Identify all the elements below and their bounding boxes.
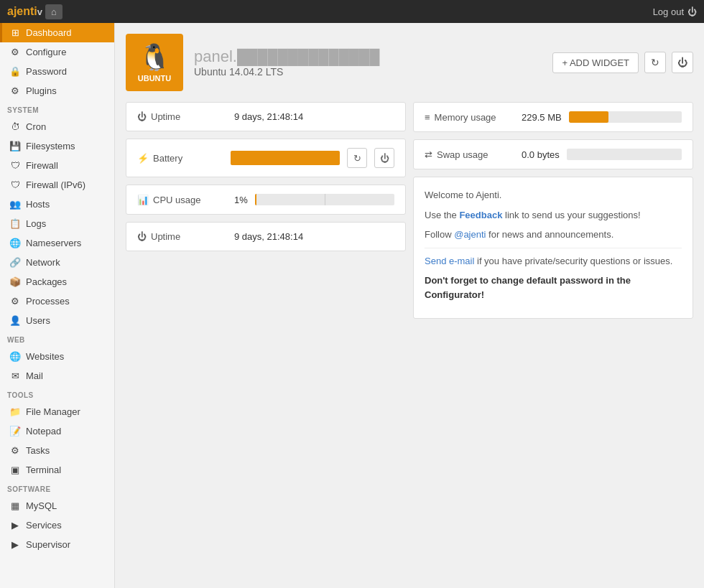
server-logo: 🐧 UBUNTU [126, 34, 183, 91]
sidebar-item-firewall-ipv6[interactable]: 🛡 Firewall (IPv6) [0, 175, 114, 195]
logs-icon: 📋 [9, 218, 21, 229]
cpu-icon: 📊 [137, 195, 149, 205]
sidebar-item-plugins[interactable]: ⚙ Plugins [0, 81, 114, 101]
cron-icon: ⏱ [9, 121, 21, 132]
sidebar-item-label: Services [26, 520, 62, 531]
welcome-line2: Use the Feedback link to send us your su… [425, 208, 682, 223]
uptime2-label: ⏻ Uptime [137, 231, 223, 242]
mysql-icon: ▦ [9, 500, 21, 511]
dashboard-icon: ⊞ [9, 27, 21, 38]
server-version: Ubuntu 14.04.2 LTS [194, 66, 542, 78]
sidebar-item-configure[interactable]: ⚙ Configure [0, 42, 114, 62]
welcome-widget: Welcome to Ajenti. Use the Feedback link… [413, 177, 693, 319]
ajenti-logo: ajentiv [7, 5, 42, 18]
server-name-masked: ██████████████ [237, 49, 379, 65]
ajenti-twitter-link[interactable]: @ajenti [454, 229, 486, 240]
power-button[interactable]: ⏻ [672, 52, 693, 73]
sidebar-item-hosts[interactable]: 👥 Hosts [0, 195, 114, 214]
sidebar-item-firewall[interactable]: 🛡 Firewall [0, 156, 114, 175]
sidebar-item-mail[interactable]: ✉ Mail [0, 366, 114, 386]
cpu-value: 1% [234, 195, 248, 205]
sidebar-item-dashboard[interactable]: ⊞ Dashboard [0, 23, 114, 42]
nameservers-icon: 🌐 [9, 238, 21, 248]
ubuntu-icon: 🐧 [139, 42, 171, 73]
configure-icon: ⚙ [9, 47, 21, 57]
battery-row: ⚡ Battery ↻ ⏻ [137, 148, 394, 168]
memory-bar [569, 111, 682, 123]
widgets-grid: ⏻ Uptime 9 days, 21:48:14 ⚡ Battery [126, 102, 693, 319]
memory-row: ≡ Memory usage 229.5 MB [425, 111, 682, 123]
sidebar-item-label: Tasks [26, 445, 50, 456]
uptime-icon: ⏻ [137, 111, 147, 122]
left-column: ⏻ Uptime 9 days, 21:48:14 ⚡ Battery [126, 102, 406, 319]
sidebar-item-websites[interactable]: 🌐 Websites [0, 347, 114, 366]
uptime-row: ⏻ Uptime 9 days, 21:48:14 [137, 111, 394, 122]
feedback-link[interactable]: Feedback [459, 210, 502, 220]
sidebar-item-cron[interactable]: ⏱ Cron [0, 117, 114, 136]
sidebar-item-label: Hosts [26, 199, 50, 210]
swap-label: ⇄ Swap usage [425, 149, 511, 160]
logout-button[interactable]: Log out ⏻ [653, 6, 697, 17]
sidebar-item-filesystems[interactable]: 💾 Filesystems [0, 136, 114, 156]
sidebar-item-label: Firewall [26, 160, 58, 171]
mail-icon: ✉ [9, 370, 21, 381]
sidebar-item-label: Supervisor [26, 539, 70, 550]
sidebar-item-terminal[interactable]: ▣ Terminal [0, 460, 114, 480]
sidebar-item-nameservers[interactable]: 🌐 Nameservers [0, 233, 114, 253]
sidebar-item-password[interactable]: 🔒 Password [0, 62, 114, 81]
memory-icon: ≡ [425, 112, 430, 123]
section-tools: TOOLS [0, 386, 114, 402]
send-email-link[interactable]: Send e-mail [425, 256, 474, 266]
plugins-icon: ⚙ [9, 85, 21, 96]
sidebar-item-label: Notepad [26, 426, 61, 437]
sidebar-item-logs[interactable]: 📋 Logs [0, 214, 114, 233]
sidebar-item-label: Websites [26, 351, 64, 362]
sidebar-item-supervisor[interactable]: ▶ Supervisor [0, 535, 114, 554]
sidebar-item-label: Logs [26, 218, 46, 229]
battery-widget: ⚡ Battery ↻ ⏻ [126, 139, 406, 177]
sidebar-item-label: Filesystems [26, 141, 75, 151]
add-widget-button[interactable]: + ADD WIDGET [552, 52, 639, 73]
sidebar-item-label: Processes [26, 296, 70, 307]
sidebar-item-services[interactable]: ▶ Services [0, 515, 114, 535]
sidebar-item-label: Dashboard [26, 27, 72, 38]
sidebar-item-file-manager[interactable]: 📁 File Manager [0, 402, 114, 421]
sidebar-item-label: Mail [26, 370, 43, 381]
websites-icon: 🌐 [9, 351, 21, 362]
cpu-widget: 📊 CPU usage 1% [126, 185, 406, 215]
sidebar-item-mysql[interactable]: ▦ MySQL [0, 496, 114, 515]
sidebar-item-packages[interactable]: 📦 Packages [0, 272, 114, 291]
processes-icon: ⚙ [9, 296, 21, 307]
notepad-icon: 📝 [9, 426, 21, 437]
welcome-separator [425, 248, 682, 248]
refresh-button[interactable]: ↻ [644, 52, 666, 73]
sidebar-item-tasks[interactable]: ⚙ Tasks [0, 441, 114, 460]
home-button[interactable]: ⌂ [45, 4, 62, 19]
sidebar-item-users[interactable]: 👤 Users [0, 311, 114, 330]
sidebar-item-label: Configure [26, 47, 66, 57]
cpu-label: 📊 CPU usage [137, 195, 223, 205]
file-manager-icon: 📁 [9, 406, 21, 417]
packages-icon: 📦 [9, 276, 21, 287]
sidebar-item-label: Cron [26, 121, 46, 132]
sidebar-item-processes[interactable]: ⚙ Processes [0, 291, 114, 311]
battery-refresh-button[interactable]: ↻ [347, 148, 367, 168]
uptime2-icon: ⏻ [137, 231, 147, 242]
cpu-row: 📊 CPU usage 1% [137, 194, 394, 205]
swap-icon: ⇄ [425, 149, 432, 160]
battery-icon: ⚡ [137, 153, 149, 164]
battery-power-button[interactable]: ⏻ [374, 148, 394, 168]
sidebar-item-network[interactable]: 🔗 Network [0, 253, 114, 272]
ubuntu-label: UBUNTU [138, 74, 171, 83]
swap-widget: ⇄ Swap usage 0.0 bytes [413, 139, 693, 169]
battery-label: ⚡ Battery [137, 153, 223, 164]
logout-icon: ⏻ [687, 6, 697, 17]
sidebar-item-notepad[interactable]: 📝 Notepad [0, 421, 114, 441]
terminal-icon: ▣ [9, 465, 21, 475]
welcome-line5: Don't forget to change default password … [425, 274, 682, 302]
filesystems-icon: 💾 [9, 141, 21, 151]
swap-value: 0.0 bytes [522, 149, 560, 160]
uptime2-widget: ⏻ Uptime 9 days, 21:48:14 [126, 222, 406, 251]
welcome-line1: Welcome to Ajenti. [425, 188, 682, 202]
cpu-bar [255, 194, 394, 205]
